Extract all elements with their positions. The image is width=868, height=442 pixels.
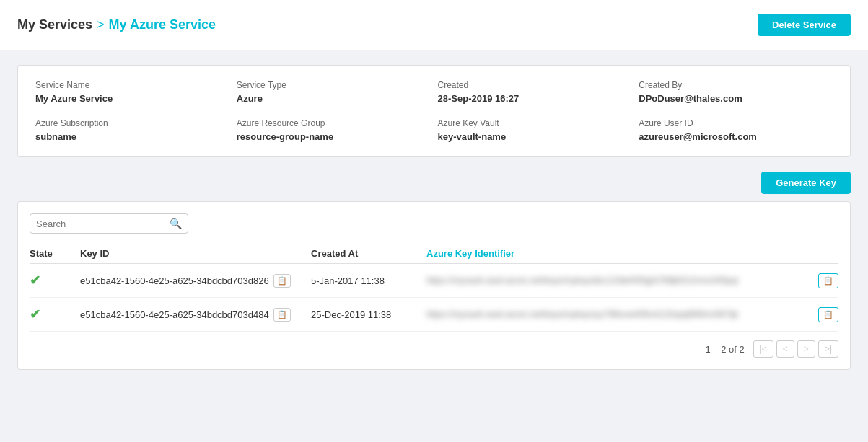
azure-id-cell-row1: https://myvault.vault.azure.net/keys/myk… — [426, 273, 838, 288]
azure-user-id-label: Azure User ID — [639, 118, 833, 128]
pagination-info: 1 – 2 of 2 — [706, 344, 745, 355]
azure-user-id-value: azureuser@microsoft.com — [639, 131, 757, 142]
table-row: ✔ e51cba42-1560-4e25-a625-34bdcbd703d484… — [30, 298, 838, 332]
created-field: Created 28-Sep-2019 16:27 — [438, 80, 632, 104]
keys-section: Generate Key 🔍 State Key ID Created At A… — [17, 172, 851, 370]
table-header: State Key ID Created At Azure Key Identi… — [30, 244, 838, 264]
keys-header: Generate Key — [17, 172, 851, 194]
col-key-id: Key ID — [80, 248, 311, 259]
created-value: 28-Sep-2019 16:27 — [438, 93, 520, 104]
table-row: ✔ e51cba42-1560-4e25-a625-34bdcbd703d826… — [30, 264, 838, 298]
col-state: State — [30, 248, 80, 259]
state-icon-row2: ✔ — [30, 306, 80, 322]
col-created-at: Created At — [311, 248, 426, 259]
created-at-row1: 5-Jan-2017 11:38 — [311, 275, 426, 286]
created-label: Created — [438, 80, 632, 90]
azure-resource-group-field: Azure Resource Group resource-group-name — [237, 118, 431, 142]
created-at-row2: 25-Dec-2019 11:38 — [311, 309, 426, 320]
state-icon-row1: ✔ — [30, 273, 80, 288]
azure-key-vault-field: Azure Key Vault key-vault-name — [438, 118, 632, 142]
key-id-cell-row2: e51cba42-1560-4e25-a625-34bdcbd703d484 📋 — [80, 308, 311, 322]
created-by-field: Created By DPoDuser@thales.com — [639, 80, 833, 104]
breadcrumb-separator: > — [97, 17, 105, 32]
breadcrumb-current: My Azure Service — [109, 17, 216, 32]
last-page-button[interactable]: >| — [818, 340, 838, 358]
prev-page-button[interactable]: < — [776, 340, 794, 358]
breadcrumb-parent: My Services — [17, 17, 92, 32]
copy-azure-id-button-row2[interactable]: 📋 — [818, 307, 838, 322]
key-id-value-row1: e51cba42-1560-4e25-a625-34bdcbd703d826 — [80, 275, 269, 286]
generate-key-button[interactable]: Generate Key — [761, 172, 851, 194]
azure-subscription-label: Azure Subscription — [35, 118, 229, 128]
top-bar: My Services > My Azure Service Delete Se… — [0, 0, 868, 50]
keys-card: 🔍 State Key ID Created At Azure Key Iden… — [17, 201, 851, 370]
first-page-button[interactable]: |< — [753, 340, 773, 358]
azure-resource-group-label: Azure Resource Group — [237, 118, 431, 128]
service-type-label: Service Type — [237, 80, 431, 90]
pagination: 1 – 2 of 2 |< < > >| — [30, 340, 838, 358]
search-box: 🔍 — [30, 213, 188, 234]
key-id-value-row2: e51cba42-1560-4e25-a625-34bdcbd703d484 — [80, 309, 269, 320]
created-by-value: DPoDuser@thales.com — [639, 93, 742, 104]
service-name-field: Service Name My Azure Service — [35, 80, 229, 104]
copy-azure-id-button-row1[interactable]: 📋 — [818, 273, 838, 288]
breadcrumb: My Services > My Azure Service — [17, 17, 216, 32]
azure-id-cell-row2: https://myvault.vault.azure.net/keys/myk… — [426, 307, 838, 322]
azure-resource-group-value: resource-group-name — [237, 131, 333, 142]
service-info-card: Service Name My Azure Service Service Ty… — [17, 65, 851, 157]
delete-service-button[interactable]: Delete Service — [758, 14, 851, 36]
service-type-field: Service Type Azure — [237, 80, 431, 104]
created-by-label: Created By — [639, 80, 833, 90]
next-page-button[interactable]: > — [797, 340, 815, 358]
copy-key-id-button-row1[interactable]: 📋 — [273, 274, 291, 288]
azure-key-vault-value: key-vault-name — [438, 131, 507, 142]
search-input[interactable] — [36, 218, 167, 229]
key-id-cell-row1: e51cba42-1560-4e25-a625-34bdcbd703d826 📋 — [80, 274, 311, 288]
search-row: 🔍 — [30, 213, 838, 234]
azure-user-id-field: Azure User ID azureuser@microsoft.com — [639, 118, 833, 142]
azure-subscription-field: Azure Subscription subname — [35, 118, 229, 142]
azure-identifier-blurred-row1: https://myvault.vault.azure.net/keys/myk… — [426, 275, 812, 287]
main-content: Service Name My Azure Service Service Ty… — [0, 50, 868, 384]
azure-identifier-blurred-row2: https://myvault.vault.azure.net/keys/myk… — [426, 309, 812, 321]
search-icon: 🔍 — [170, 218, 182, 229]
azure-subscription-value: subname — [35, 131, 76, 142]
col-azure-key-identifier: Azure Key Identifier — [426, 248, 838, 259]
azure-key-vault-label: Azure Key Vault — [438, 118, 632, 128]
service-name-label: Service Name — [35, 80, 229, 90]
service-type-value: Azure — [237, 93, 263, 104]
copy-key-id-button-row2[interactable]: 📋 — [273, 308, 291, 322]
service-name-value: My Azure Service — [35, 93, 113, 104]
